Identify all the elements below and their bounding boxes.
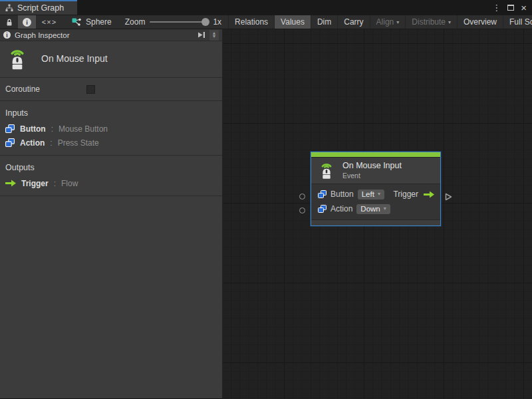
window-controls: ⋮ ×	[492, 0, 532, 15]
graph-inspector-title: Graph Inspector	[15, 31, 69, 39]
type-separator: :	[54, 179, 56, 188]
full-screen-button[interactable]: Full Screen	[503, 15, 532, 29]
value-port-icon	[318, 190, 327, 198]
type-separator: :	[51, 124, 53, 134]
align-label: Align	[376, 17, 394, 27]
values-label: Values	[281, 17, 305, 27]
input-type: Mouse Button	[59, 124, 108, 134]
distribute-label: Distribute	[412, 17, 446, 27]
chevron-down-icon: ▾	[378, 191, 380, 197]
inspector-empty-area	[0, 196, 222, 398]
button-input-port[interactable]	[299, 194, 305, 200]
outputs-header: Outputs	[0, 160, 222, 176]
script-graph-window: Script Graph ⋮ × i <×>	[0, 0, 532, 399]
coroutine-row: Coroutine	[0, 78, 222, 101]
flow-port-icon	[5, 180, 16, 187]
inputs-section: Inputs Button : Mouse Button Action	[0, 101, 222, 156]
align-button[interactable]: Align ▾	[370, 15, 406, 29]
toolbar-left-group: i <×>	[0, 15, 63, 29]
node-title-block: On Mouse Input Event	[342, 161, 402, 180]
info-icon: i	[3, 31, 11, 39]
zoom-slider-handle[interactable]	[201, 18, 209, 26]
inspector-toggle-button[interactable]: i	[18, 15, 36, 29]
coroutine-label: Coroutine	[5, 84, 72, 94]
dim-label: Dim	[317, 17, 331, 27]
carry-button[interactable]: Carry	[337, 15, 369, 29]
input-name: Button	[20, 124, 46, 134]
output-type: Flow	[61, 179, 78, 188]
value-port-icon	[5, 138, 15, 147]
input-type: Press State	[58, 138, 99, 148]
button-port-label: Button	[331, 190, 354, 199]
action-dropdown-value: Down	[360, 205, 380, 213]
panel-scroll-spinner[interactable]: ▲ ▼	[209, 30, 219, 41]
on-mouse-input-node[interactable]: On Mouse Input Event Button Left ▾	[311, 152, 441, 226]
trigger-port-label: Trigger	[393, 190, 418, 199]
graph-inspector-panel: i Graph Inspector ▲ ▼	[0, 29, 223, 399]
trigger-output-port[interactable]	[445, 193, 452, 201]
zoom-slider[interactable]	[150, 21, 208, 23]
input-row-button: Button : Mouse Button	[0, 122, 222, 136]
tab-title: Script Graph	[17, 3, 64, 13]
close-icon[interactable]: ×	[521, 3, 527, 13]
inputs-header: Inputs	[0, 105, 222, 122]
overview-button[interactable]: Overview	[457, 15, 503, 29]
output-row-trigger: Trigger : Flow	[0, 176, 222, 190]
action-input-port[interactable]	[299, 207, 305, 213]
coroutine-checkbox[interactable]	[86, 85, 95, 94]
zoom-control: Zoom 1x	[118, 15, 229, 29]
unit-summary: On Mouse Input	[0, 41, 222, 78]
chevron-down-icon: ▾	[396, 19, 399, 25]
chevron-down-icon: ▾	[448, 19, 451, 25]
values-button[interactable]: Values	[274, 15, 311, 29]
chevron-down-icon: ▾	[384, 205, 386, 211]
node-header[interactable]: On Mouse Input Event	[311, 158, 440, 184]
spin-down-icon[interactable]: ▼	[212, 35, 217, 39]
graph-canvas[interactable]: On Mouse Input Event Button Left ▾	[223, 29, 532, 399]
value-port-icon	[5, 124, 15, 133]
action-port-label: Action	[331, 204, 352, 213]
graph-owner-group[interactable]: Sphere	[63, 15, 118, 29]
flow-port-icon[interactable]	[424, 191, 434, 198]
output-name: Trigger	[21, 179, 49, 188]
maximize-icon[interactable]	[507, 5, 514, 11]
dim-button[interactable]: Dim	[311, 15, 337, 29]
carry-label: Carry	[344, 17, 363, 27]
relations-button[interactable]: Relations	[229, 15, 274, 29]
button-dropdown-value: Left	[362, 190, 374, 198]
node-row-action: Action Down ▾	[311, 201, 440, 216]
unit-title: On Mouse Input	[41, 53, 108, 64]
node-body: Button Left ▾ Trigger	[311, 184, 440, 219]
more-menu-icon[interactable]: ⋮	[492, 3, 501, 12]
outputs-section: Outputs Trigger : Flow	[0, 156, 222, 196]
graph-owner-label: Sphere	[86, 17, 112, 27]
relations-label: Relations	[235, 17, 268, 27]
titlebar: Script Graph ⋮ ×	[0, 0, 532, 15]
graph-owner-icon	[72, 17, 82, 27]
edit-code-button[interactable]: <×>	[36, 15, 63, 29]
full-screen-label: Full Screen	[509, 17, 532, 27]
overview-label: Overview	[464, 17, 497, 27]
on-mouse-input-icon	[317, 161, 336, 180]
button-dropdown[interactable]: Left ▾	[358, 190, 384, 200]
graph-toolbar: i <×> Sphere Zoom 1x Relations	[0, 15, 532, 29]
lock-button[interactable]	[0, 15, 18, 29]
type-separator: :	[50, 138, 52, 148]
dock-panel-icon[interactable]	[198, 31, 205, 39]
event-accent-strip	[311, 152, 440, 158]
main-area: i Graph Inspector ▲ ▼	[0, 29, 532, 399]
on-mouse-input-icon	[5, 47, 29, 70]
input-row-action: Action : Press State	[0, 136, 222, 150]
node-title: On Mouse Input	[342, 161, 402, 170]
action-dropdown[interactable]: Down ▾	[356, 204, 390, 214]
node-footer	[311, 219, 440, 225]
tab-script-graph[interactable]: Script Graph	[0, 0, 77, 15]
lock-icon	[5, 18, 13, 27]
distribute-button[interactable]: Distribute ▾	[405, 15, 457, 29]
graph-inspector-header: i Graph Inspector ▲ ▼	[0, 29, 222, 41]
code-icon: <×>	[42, 18, 57, 26]
value-port-icon	[318, 205, 327, 213]
toolbar-right-group: Relations Values Dim Carry Align ▾ Distr…	[229, 15, 532, 29]
zoom-value: 1x	[213, 17, 221, 27]
graph-hierarchy-icon	[5, 4, 13, 12]
